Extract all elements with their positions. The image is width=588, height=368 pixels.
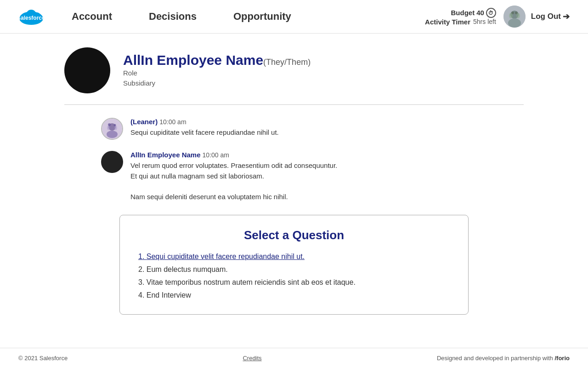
user-avatar[interactable] [503, 6, 526, 28]
message-content: (Leaner) 10:00 am Sequi cupiditate velit… [130, 118, 279, 138]
profile-avatar [64, 47, 110, 93]
activity-timer-row: Activity Timer 5hrs left [425, 18, 496, 26]
logout-label: Log Out [531, 12, 561, 21]
msg-text: Vel rerum quod error voluptates. Praesen… [130, 161, 337, 202]
header: salesforce Account Decisions Opportunity… [0, 0, 588, 34]
profile-role: Role [123, 68, 311, 79]
footer-credits[interactable]: Credits [243, 355, 261, 362]
svg-text:salesforce: salesforce [18, 15, 44, 21]
svg-point-12 [509, 13, 513, 18]
budget-label: Budget [451, 9, 475, 17]
logo-wrap: salesforce [18, 7, 44, 26]
question-list: 1. Sequi cupiditate velit facere repudia… [138, 253, 450, 299]
messages-section: (Leaner) 10:00 am Sequi cupiditate velit… [64, 118, 524, 202]
msg-sender: AllIn Employee Name [130, 151, 201, 159]
question-box: Select a Question 1. Sequi cupiditate ve… [119, 215, 469, 315]
msg-sender: (Leaner) [130, 118, 158, 126]
main-nav: Account Decisions Opportunity [72, 11, 425, 23]
question-item-2[interactable]: 2. Eum delectus numquam. [138, 265, 450, 274]
budget-value: 40 [476, 9, 484, 17]
msg-time: 10:00 am [159, 118, 186, 126]
svg-point-16 [107, 131, 118, 138]
header-right: Budget 40 ⏱ Activity Timer 5hrs left [425, 6, 570, 28]
activity-timer-label: Activity Timer [425, 18, 470, 26]
svg-point-19 [107, 126, 110, 130]
svg-point-13 [516, 13, 520, 18]
footer-copyright: © 2021 Salesforce [18, 355, 68, 362]
profile-divider [64, 104, 524, 105]
employee-avatar [101, 151, 123, 173]
svg-point-20 [114, 126, 117, 130]
question-item-4[interactable]: 4. End Interview [138, 291, 450, 299]
question-item-3[interactable]: 3. Vitae temporibus nostrum autem reicie… [138, 278, 450, 287]
msg-header: AllIn Employee Name 10:00 am [130, 151, 337, 159]
footer: © 2021 Salesforce Credits Designed and d… [0, 348, 588, 368]
profile-pronouns: (They/Them) [263, 58, 311, 67]
message-item: (Leaner) 10:00 am Sequi cupiditate velit… [101, 118, 524, 140]
profile-info: AllIn Employee Name(They/Them) Role Subs… [123, 52, 311, 89]
message-item: AllIn Employee Name 10:00 am Vel rerum q… [101, 151, 524, 202]
msg-header: (Leaner) 10:00 am [130, 118, 279, 126]
question-item-1[interactable]: 1. Sequi cupiditate velit facere repudia… [138, 253, 450, 261]
profile-name: AllIn Employee Name(They/Them) [123, 52, 311, 68]
nav-account[interactable]: Account [72, 11, 112, 23]
profile-subsidiary: Subsidiary [123, 78, 311, 89]
clock-icon: ⏱ [486, 8, 496, 18]
hrs-left: 5hrs left [473, 18, 496, 25]
message-content: AllIn Employee Name 10:00 am Vel rerum q… [130, 151, 337, 202]
footer-forio: /forio [554, 355, 570, 362]
salesforce-logo: salesforce [18, 7, 44, 26]
budget-row: Budget 40 ⏱ [451, 8, 496, 18]
logout-button[interactable]: Log Out ➔ [531, 12, 570, 22]
nav-decisions[interactable]: Decisions [149, 11, 197, 23]
msg-time: 10:00 am [203, 151, 229, 159]
logout-arrow-icon: ➔ [563, 12, 570, 22]
svg-point-9 [508, 18, 521, 28]
main-content: AllIn Employee Name(They/Them) Role Subs… [0, 34, 588, 348]
profile-section: AllIn Employee Name(They/Them) Role Subs… [64, 47, 524, 93]
budget-timer-block: Budget 40 ⏱ Activity Timer 5hrs left [425, 8, 496, 26]
avatar-image [503, 6, 526, 28]
leaner-avatar [101, 118, 123, 140]
footer-designed-by: Designed and developed in partnership wi… [437, 355, 570, 362]
msg-text: Sequi cupiditate velit facere repudianda… [130, 127, 279, 138]
nav-opportunity[interactable]: Opportunity [233, 11, 291, 23]
question-box-title: Select a Question [138, 228, 450, 242]
question-link-1[interactable]: 1. Sequi cupiditate velit facere repudia… [138, 253, 305, 260]
